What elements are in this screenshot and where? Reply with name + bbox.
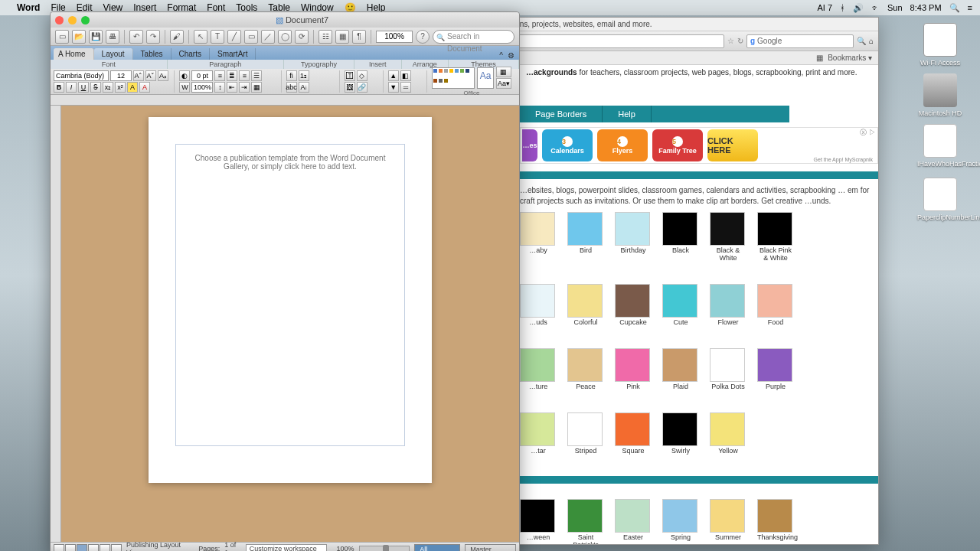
shape-line-button[interactable]: ／ xyxy=(261,30,275,44)
notebook-view-button[interactable] xyxy=(100,544,110,552)
desktop-icon-file2[interactable]: PaperclipNumberLine xyxy=(917,178,963,221)
save-button[interactable]: 💾 xyxy=(89,30,103,44)
word-titlebar[interactable]: ▧ Document7 xyxy=(51,12,519,28)
clock-time[interactable]: 8:43 PM xyxy=(910,3,942,12)
ad-tile-family-tree[interactable]: 5Family Tree xyxy=(652,129,703,161)
font-size-select[interactable]: 12 xyxy=(110,70,132,81)
reader-icon[interactable]: ☆ xyxy=(727,37,734,45)
rotate-button[interactable]: ⟳ xyxy=(295,30,309,44)
thumbnail-item[interactable]: Black & White xyxy=(710,212,746,262)
master-pages-tab[interactable]: Master Pages xyxy=(465,544,516,552)
thumbnail-item[interactable]: …aby xyxy=(520,212,557,262)
print-button[interactable]: 🖶 xyxy=(106,30,119,44)
scaling-button[interactable]: W xyxy=(179,82,190,93)
bluetooth-icon[interactable]: ᚼ xyxy=(840,3,845,12)
stylistic-a-button[interactable]: Aᵢ xyxy=(299,82,309,93)
ad-close-icon[interactable]: ⓧ ▷ xyxy=(860,128,876,138)
notifications-icon[interactable]: ≡ xyxy=(968,3,972,12)
draft-view-button[interactable] xyxy=(54,544,64,552)
customize-workspace-dropdown[interactable]: Customize workspace ▾ xyxy=(246,544,328,552)
nav-page-borders[interactable]: Page Borders xyxy=(520,106,603,122)
undo-button[interactable]: ↶ xyxy=(129,30,143,44)
thumbnail-item[interactable]: Purple xyxy=(757,348,794,391)
thumbnail-item[interactable]: Colorful xyxy=(567,284,604,327)
thumbnail-item[interactable]: …ture xyxy=(520,348,557,391)
text-box-insert-button[interactable]: 🅃 xyxy=(345,70,355,81)
wifi-icon[interactable]: ᯤ xyxy=(871,3,880,12)
minimize-button[interactable] xyxy=(68,16,77,24)
reload-icon[interactable]: ↻ xyxy=(737,37,743,45)
bring-forward-button[interactable]: ▲ xyxy=(388,70,399,81)
thumbnail-item[interactable]: Square xyxy=(615,412,652,455)
ad-tile-calendars[interactable]: 3Calendars xyxy=(542,129,593,161)
creative-cloud-icon[interactable]: AI 7 xyxy=(817,3,832,12)
ad-banner[interactable]: …es 3Calendars 4Flyers 5Family Tree CLIC… xyxy=(520,127,878,164)
page[interactable]: Choose a publication template from the W… xyxy=(149,117,432,483)
thumbnail-item[interactable]: Flower xyxy=(710,284,746,327)
tab-home[interactable]: A Home xyxy=(54,48,94,60)
subscript-button[interactable]: x₂ xyxy=(103,82,113,93)
desktop-icon-wifi[interactable]: Wi-Fi Access xyxy=(917,23,963,67)
ad-tile-flyers[interactable]: 4Flyers xyxy=(597,129,648,161)
picture-insert-button[interactable]: 🖼 xyxy=(345,82,355,93)
page-canvas[interactable]: Choose a publication template from the W… xyxy=(61,106,519,542)
stylistic-set-button[interactable]: 1₂ xyxy=(299,70,309,81)
thumbnail-item[interactable]: Peace xyxy=(567,348,604,391)
align-right-button[interactable]: ≡ xyxy=(239,70,250,81)
thumbnail-item[interactable]: Birthday xyxy=(615,212,652,262)
bold-button[interactable]: B xyxy=(54,82,64,93)
thumbnail-item[interactable]: Thanksgiving xyxy=(757,499,794,544)
tab-charts[interactable]: Charts xyxy=(172,48,210,60)
horizontal-ruler[interactable] xyxy=(51,95,519,106)
link-button[interactable]: 🔗 xyxy=(357,82,368,93)
justify-button[interactable]: ☰ xyxy=(251,70,262,81)
thumbnail-item[interactable]: Easter xyxy=(615,499,652,544)
thumbnail-item[interactable]: Polka Dots xyxy=(710,348,746,391)
theme-fonts-button[interactable]: Aa xyxy=(477,67,494,89)
nav-help[interactable]: Help xyxy=(603,106,652,122)
columns-button[interactable]: ☷ xyxy=(318,30,332,44)
strike-button[interactable]: S̶ xyxy=(90,82,101,93)
align-left-button[interactable]: ≡ xyxy=(214,70,225,81)
italic-button[interactable]: I xyxy=(66,82,77,93)
shape-insert-button[interactable]: ◇ xyxy=(357,70,368,81)
zoom-button[interactable] xyxy=(81,16,90,24)
font-name-select[interactable]: Cambria (Body) xyxy=(54,70,109,81)
desktop-icon-file1[interactable]: IHaveWhoHasFractions xyxy=(917,124,963,168)
text-frame-placeholder[interactable]: Choose a publication template from the W… xyxy=(175,144,405,446)
highlight-button[interactable]: A xyxy=(127,82,138,93)
clock-day[interactable]: Sun xyxy=(887,3,903,12)
format-painter-button[interactable]: 🖌 xyxy=(170,30,184,44)
thumbnail-item[interactable]: Cupcake xyxy=(615,284,652,327)
open-button[interactable]: 📂 xyxy=(72,30,86,44)
tab-layout[interactable]: Layout xyxy=(94,48,133,60)
desktop-icon-hd[interactable]: Macintosh HD xyxy=(917,73,963,117)
spotlight-icon[interactable]: 🔍 xyxy=(949,3,960,13)
line-tool-button[interactable]: ╱ xyxy=(227,30,241,44)
align-objects-button[interactable]: ═ xyxy=(400,82,411,93)
opacity-button[interactable]: ◐ xyxy=(179,70,190,81)
theme-dropdown-button[interactable]: Aa▾ xyxy=(496,78,511,89)
bookmarks-square-icon[interactable]: ▦ xyxy=(816,54,823,62)
scaling-value[interactable]: 100% xyxy=(191,82,213,93)
thumbnail-item[interactable]: Black xyxy=(662,212,699,262)
borders-button[interactable]: ▦ xyxy=(251,82,262,93)
ligatures-button[interactable]: fi xyxy=(286,70,297,81)
search-icon[interactable]: 🔍 xyxy=(857,37,866,45)
thumbnail-item[interactable]: Cute xyxy=(662,284,699,327)
thumbnail-item[interactable]: Black Pink & White xyxy=(757,212,794,262)
shape-oval-button[interactable]: ◯ xyxy=(278,30,292,44)
ribbon-settings-icon[interactable]: ⚙ xyxy=(508,51,514,60)
thumbnail-item[interactable]: …ween xyxy=(520,499,557,544)
shape-rect-button[interactable]: ▭ xyxy=(244,30,258,44)
thumbnail-item[interactable]: Plaid xyxy=(662,348,699,391)
thumbnail-item[interactable]: Yellow xyxy=(710,412,746,455)
underline-button[interactable]: U xyxy=(78,82,89,93)
indent-left-button[interactable]: ⇤ xyxy=(227,82,237,93)
thumbnail-item[interactable]: Saint Patrick's Day xyxy=(567,499,604,544)
app-name[interactable]: Word xyxy=(17,2,40,13)
outline-view-button[interactable] xyxy=(65,544,76,552)
wrap-text-button[interactable]: ◧ xyxy=(400,70,411,81)
thumbnail-item[interactable]: Striped xyxy=(567,412,604,455)
line-spacing-button[interactable]: ↕ xyxy=(214,82,225,93)
